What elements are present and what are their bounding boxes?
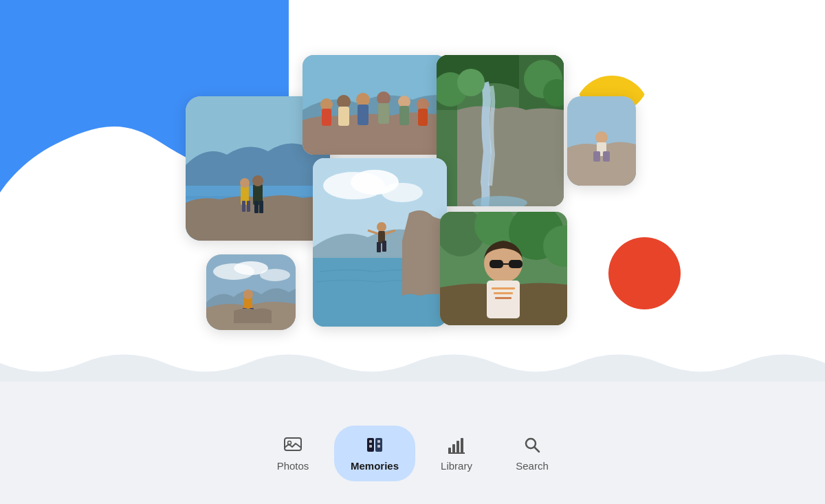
svg-point-28 <box>457 69 485 96</box>
svg-rect-35 <box>593 151 600 162</box>
svg-rect-74 <box>377 440 380 443</box>
tab-search-label: Search <box>516 460 549 472</box>
photos-icon <box>283 435 302 454</box>
tab-memories[interactable]: Memories <box>334 426 415 481</box>
svg-rect-69 <box>285 438 301 450</box>
tab-library[interactable]: Library <box>422 426 491 481</box>
tab-search[interactable]: Search <box>498 426 566 481</box>
search-icon <box>522 435 542 454</box>
tab-memories-label: Memories <box>351 460 399 472</box>
svg-rect-18 <box>358 105 368 125</box>
svg-rect-59 <box>494 292 513 294</box>
svg-point-42 <box>377 222 386 232</box>
photo-card-4[interactable] <box>567 96 636 186</box>
svg-rect-78 <box>452 444 455 453</box>
photo-card-2[interactable] <box>302 55 447 155</box>
svg-rect-7 <box>247 201 250 212</box>
svg-rect-47 <box>382 241 386 252</box>
photo-card-3[interactable] <box>437 55 564 206</box>
svg-point-5 <box>240 178 250 188</box>
svg-rect-14 <box>322 109 331 126</box>
tab-photos-label: Photos <box>277 460 309 472</box>
svg-point-64 <box>260 269 290 281</box>
svg-rect-16 <box>338 107 349 126</box>
svg-line-83 <box>535 447 540 452</box>
tab-library-label: Library <box>441 460 472 472</box>
photo-card-7[interactable] <box>206 254 296 330</box>
svg-point-66 <box>243 289 253 299</box>
photo-collage <box>186 55 653 351</box>
svg-rect-36 <box>603 151 610 162</box>
svg-rect-55 <box>509 260 522 268</box>
svg-rect-76 <box>377 445 380 448</box>
svg-point-40 <box>382 183 423 202</box>
memories-icon <box>365 435 384 454</box>
svg-rect-75 <box>369 445 372 448</box>
svg-rect-77 <box>448 448 451 453</box>
svg-rect-58 <box>492 287 515 289</box>
nav-tabs: Photos Memories Library <box>258 426 566 481</box>
svg-rect-6 <box>242 201 245 212</box>
svg-rect-73 <box>369 440 372 443</box>
svg-rect-24 <box>418 109 428 126</box>
svg-rect-22 <box>399 106 409 125</box>
svg-rect-57 <box>487 281 520 318</box>
svg-rect-20 <box>378 103 389 124</box>
svg-point-9 <box>252 175 263 186</box>
photo-card-5[interactable] <box>313 158 447 327</box>
svg-rect-79 <box>456 441 459 453</box>
svg-rect-80 <box>461 438 463 453</box>
svg-rect-10 <box>254 201 258 213</box>
library-icon <box>447 435 466 454</box>
bottom-nav: Photos Memories Library <box>0 382 825 504</box>
photo-card-6[interactable] <box>440 212 567 325</box>
tab-photos[interactable]: Photos <box>258 426 327 481</box>
svg-rect-11 <box>259 201 263 213</box>
svg-rect-46 <box>377 242 381 252</box>
svg-rect-60 <box>495 297 512 299</box>
svg-point-33 <box>595 131 608 144</box>
svg-rect-54 <box>490 260 503 268</box>
